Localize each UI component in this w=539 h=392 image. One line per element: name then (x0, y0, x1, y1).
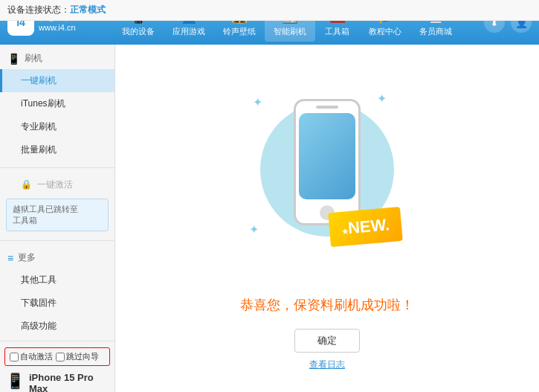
sidebar-item-pro-flash[interactable]: 专业刷机 (0, 115, 114, 138)
flash-section-label: 刷机 (25, 52, 42, 65)
flash-section-title: 📱 刷机 (0, 48, 114, 69)
new-badge: NEW. (328, 207, 403, 247)
auto-activate-option: 自动激活 (10, 351, 53, 362)
sidebar-divider-1 (0, 167, 114, 168)
sidebar-item-batch-flash[interactable]: 批量刷机 (0, 138, 114, 161)
more-section-title: ≡ 更多 (0, 247, 114, 269)
success-text-content: 恭喜您，保资料刷机成功啦！ (240, 298, 414, 312)
sidebar-item-other-tools[interactable]: 其他工具 (0, 269, 114, 292)
sidebar: 设备连接状态： 正常模式 📱 刷机 一键刷机 iTunes刷机 专业刷机 批量刷… (0, 45, 115, 392)
nav-service-label: 务员商城 (419, 26, 452, 37)
phone-device (294, 99, 361, 225)
nav-my-device-label: 我的设备 (122, 26, 155, 37)
sidebar-flash-section: 📱 刷机 一键刷机 iTunes刷机 专业刷机 批量刷机 (0, 45, 114, 164)
nav-toolbox-label: 工具箱 (325, 26, 349, 37)
device-info: 📱 iPhone 15 Pro Max 512GB iPhone (0, 367, 114, 392)
lock-icon: 🔒 (21, 179, 32, 190)
notice-text: 越狱工具已跳转至 工具箱 (13, 205, 78, 225)
more-section-icon: ≡ (7, 252, 13, 264)
auto-activate-checkbox[interactable] (10, 353, 19, 362)
more-section-label: 更多 (18, 251, 36, 264)
sidebar-item-itunes-flash[interactable]: iTunes刷机 (0, 92, 114, 115)
main-area: 设备连接状态： 正常模式 📱 刷机 一键刷机 iTunes刷机 专业刷机 批量刷… (0, 45, 539, 392)
sidebar-activate-section: 🔒 一键激活 越狱工具已跳转至 工具箱 (0, 171, 114, 237)
sidebar-divider-2 (0, 240, 114, 241)
phone-illustration: ✦ ✦ ✦ NEW. (245, 88, 409, 281)
skip-guide-label: 跳过向导 (66, 351, 99, 362)
nav-apps-label: 应用游戏 (172, 26, 205, 37)
app-subtitle: www.i4.cn (39, 22, 76, 33)
sparkle-3: ✦ (249, 222, 259, 237)
content-center: ✦ ✦ ✦ NEW. 恭喜您，保资料刷机成功啦！ 确定 查看日志 (240, 45, 414, 392)
view-log-button[interactable]: 查看日志 (309, 359, 345, 371)
content-area: ✦ ✦ ✦ NEW. 恭喜您，保资料刷机成功啦！ 确定 查看日志 (115, 45, 539, 392)
confirm-button[interactable]: 确定 (294, 329, 360, 353)
sidebar-item-download-fw[interactable]: 下载固件 (0, 292, 114, 315)
device-phone-icon: 📱 (6, 372, 25, 390)
success-message: 恭喜您，保资料刷机成功啦！ (240, 296, 414, 314)
phone-screen (299, 113, 355, 199)
flash-section-icon: 📱 (7, 53, 20, 65)
sidebar-item-one-key-flash[interactable]: 一键刷机 (0, 69, 114, 92)
nav-ringtones-label: 铃声壁纸 (223, 26, 256, 37)
nav-flash-label: 智能刷机 (274, 26, 306, 37)
auto-activate-label: 自动激活 (20, 351, 53, 362)
auto-options-box: 自动激活 跳过向导 (4, 347, 110, 366)
nav-tutorial-label: 教程中心 (369, 26, 401, 37)
skip-guide-option: 跳过向导 (56, 351, 99, 362)
skip-guide-checkbox[interactable] (56, 353, 65, 362)
sidebar-more-section: ≡ 更多 其他工具 下载固件 高级功能 (0, 244, 114, 341)
device-name: iPhone 15 Pro Max (29, 372, 109, 392)
activate-section-label: 一键激活 (37, 179, 73, 190)
sparkle-2: ✦ (377, 91, 387, 106)
notice-box: 越狱工具已跳转至 工具箱 (6, 199, 109, 231)
device-text: iPhone 15 Pro Max 512GB iPhone (29, 372, 109, 392)
device-area: 自动激活 跳过向导 📱 iPhone 15 Pro Max 512GB iPho… (0, 341, 114, 392)
sparkle-1: ✦ (253, 95, 262, 109)
activate-section-title: 🔒 一键激活 (0, 174, 114, 196)
sidebar-item-advanced[interactable]: 高级功能 (0, 315, 114, 338)
